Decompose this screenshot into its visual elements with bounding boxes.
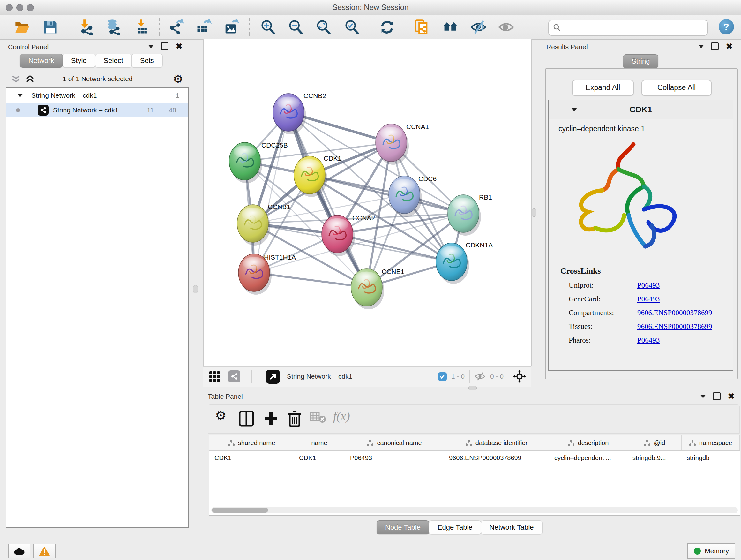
network-canvas[interactable]: CCNB2CCNA1CDC25BCDK1CDC6RB1CCNB1CCNA2CDK… <box>203 39 532 366</box>
export-image-icon[interactable] <box>223 19 239 36</box>
network-node-RB1[interactable]: RB1 <box>448 193 492 236</box>
node-label: CDC25B <box>261 141 288 149</box>
search-input[interactable] <box>563 21 707 34</box>
tab-select[interactable]: Select <box>95 54 132 68</box>
save-session-icon[interactable] <box>42 19 59 36</box>
zoom-selected-icon[interactable] <box>344 19 360 36</box>
network-node-HIST1H1A[interactable]: HIST1H1A <box>239 253 296 295</box>
network-options-gear-icon[interactable]: ⚙ <box>173 72 183 86</box>
maximize-panel-icon[interactable] <box>161 43 169 50</box>
column-header-description[interactable]: description <box>549 435 627 450</box>
gene-section-header[interactable]: CDK1 <box>549 100 733 119</box>
node-table: shared namenamecanonical namedatabase id… <box>209 435 740 516</box>
network-node-CCNE1[interactable]: CCNE1 <box>351 268 404 309</box>
maximize-panel-icon[interactable] <box>713 392 721 400</box>
network-graph[interactable]: CCNB2CCNA1CDC25BCDK1CDC6RB1CCNB1CCNA2CDK… <box>204 39 531 366</box>
tab-edge-table[interactable]: Edge Table <box>429 520 481 535</box>
column-header-database-identifier[interactable]: database identifier <box>444 435 549 450</box>
import-network-database-icon[interactable] <box>105 19 122 36</box>
show-all-icon[interactable] <box>498 19 515 36</box>
selected-nodes-checkbox[interactable] <box>438 372 447 381</box>
column-header-canonical-name[interactable]: canonical name <box>345 435 444 450</box>
export-table-icon[interactable] <box>195 19 212 36</box>
maximize-panel-icon[interactable] <box>711 43 719 50</box>
clone-network-icon[interactable] <box>414 19 430 36</box>
network-node-CDC25B[interactable]: CDC25B <box>229 141 288 183</box>
control-panel-title: Control Panel <box>8 39 49 55</box>
network-node-CCNA2[interactable]: CCNA2 <box>322 214 375 256</box>
import-network-file-icon[interactable] <box>78 19 95 36</box>
crosslink-value-link[interactable]: 9606.ENSP00000378699 <box>637 309 712 317</box>
hide-selected-icon[interactable] <box>470 19 487 36</box>
import-table-file-icon[interactable] <box>135 19 151 36</box>
warnings-button[interactable] <box>33 544 56 558</box>
float-panel-icon[interactable] <box>700 395 706 398</box>
table-row[interactable]: CDK1CDK1P064939606.ENSP00000378699cyclin… <box>209 451 740 465</box>
right-splitter-handle[interactable] <box>532 208 536 217</box>
expand-all-button[interactable]: Expand All <box>572 80 634 96</box>
application-window: Session: New Session <box>0 0 741 560</box>
detach-view-icon[interactable] <box>266 370 280 384</box>
table-options-gear-icon[interactable]: ⚙ <box>215 408 226 422</box>
crosslink-value-link[interactable]: 9606.ENSP00000378699 <box>637 322 712 331</box>
column-header-@id[interactable]: @id <box>627 435 682 450</box>
table-cell: CDK1 <box>294 451 345 465</box>
grid-view-icon[interactable] <box>209 371 220 382</box>
column-header-name[interactable]: name <box>294 435 345 450</box>
table-cell: cyclin–dependent ... <box>549 451 627 465</box>
crosslink-value-link[interactable]: P06493 <box>637 336 660 345</box>
network-node-CDKN1A[interactable]: CDKN1A <box>436 241 493 284</box>
gene-expander-icon[interactable] <box>571 108 577 111</box>
column-header-label: shared name <box>238 439 275 447</box>
tab-sets[interactable]: Sets <box>131 54 163 68</box>
network-node-CDC6[interactable]: CDC6 <box>389 175 436 217</box>
first-neighbors-icon[interactable] <box>442 19 459 36</box>
float-panel-icon[interactable] <box>148 45 154 48</box>
show-columns-icon[interactable] <box>239 410 254 427</box>
close-panel-icon[interactable]: ✖ <box>726 43 733 50</box>
network-node-CCNB2[interactable]: CCNB2 <box>273 92 326 134</box>
horizontal-splitter-handle[interactable] <box>468 386 477 390</box>
network-name: String Network – cdk1 <box>53 106 118 114</box>
zoom-out-icon[interactable] <box>287 19 304 36</box>
network-node-CCNA1[interactable]: CCNA1 <box>376 123 429 165</box>
export-network-icon[interactable] <box>168 19 185 36</box>
help-icon[interactable]: ? <box>719 19 734 35</box>
collection-expander-icon[interactable] <box>17 94 22 97</box>
crosslink-value-link[interactable]: P06493 <box>637 281 660 290</box>
network-edge[interactable] <box>310 175 463 213</box>
refresh-icon[interactable] <box>379 19 395 36</box>
tab-node-table[interactable]: Node Table <box>377 520 429 535</box>
results-tab-string[interactable]: String <box>623 54 658 68</box>
scrollbar-thumb[interactable] <box>212 508 268 513</box>
current-network-indicator <box>16 108 20 112</box>
delete-column-icon[interactable] <box>287 410 302 428</box>
network-collection-row[interactable]: String Network – cdk1 1 <box>6 88 188 103</box>
collapse-all-button[interactable]: Collapse All <box>642 80 712 96</box>
network-row[interactable]: String Network – cdk1 11 48 <box>6 103 188 118</box>
tab-network[interactable]: Network <box>20 54 63 68</box>
close-panel-icon[interactable]: ✖ <box>176 43 183 50</box>
cloud-status-button[interactable] <box>8 544 30 558</box>
network-edge[interactable] <box>288 112 367 287</box>
column-header-shared-name[interactable]: shared name <box>209 435 294 450</box>
node-label: CCNA1 <box>406 123 429 130</box>
crosslink-row: GeneCard:P06493 <box>549 295 733 303</box>
open-session-icon[interactable] <box>14 19 30 36</box>
crosslink-value-link[interactable]: P06493 <box>637 295 660 303</box>
column-header-label: canonical name <box>377 439 421 447</box>
network-list-view-icon[interactable] <box>228 370 240 382</box>
zoom-in-icon[interactable] <box>260 19 276 36</box>
tab-network-table[interactable]: Network Table <box>481 520 542 535</box>
tab-style[interactable]: Style <box>63 54 95 68</box>
memory-button[interactable]: Memory <box>687 543 735 559</box>
float-panel-icon[interactable] <box>698 45 704 48</box>
zoom-fit-icon[interactable] <box>315 19 332 36</box>
left-splitter-handle[interactable] <box>193 285 198 294</box>
create-column-icon[interactable] <box>263 410 279 427</box>
birds-eye-view-icon[interactable] <box>513 369 527 383</box>
toolbar-separator <box>369 18 370 36</box>
network-selection-row: 1 of 1 Network selected ⚙ <box>0 71 195 86</box>
close-panel-icon[interactable]: ✖ <box>728 393 735 399</box>
column-header-namespace[interactable]: namespace <box>682 435 740 450</box>
